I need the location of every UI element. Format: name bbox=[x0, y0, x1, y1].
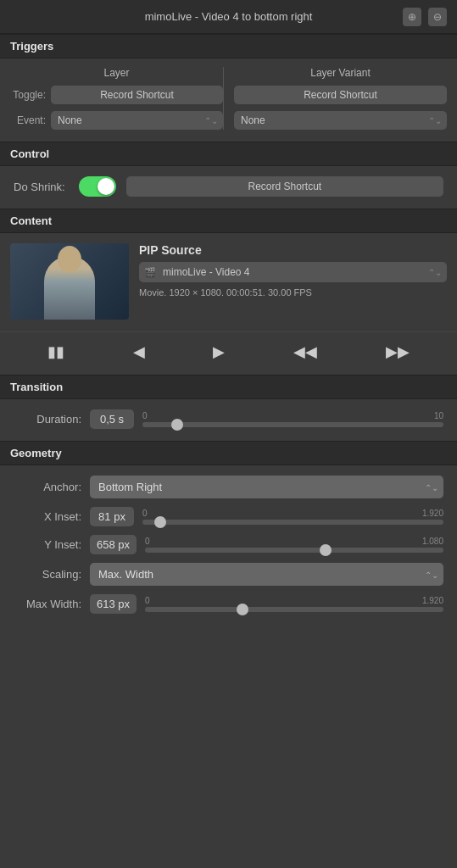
window-title: mimoLive - Video 4 to bottom right bbox=[145, 10, 313, 23]
event-select-layer[interactable]: None bbox=[51, 111, 223, 130]
x-inset-row: X Inset: 81 px 0 1.920 bbox=[14, 507, 443, 526]
prev-frame-button[interactable]: ◀ bbox=[126, 339, 152, 364]
event-select-variant-wrap: None bbox=[234, 111, 447, 130]
anchor-row: Anchor: Bottom Right bbox=[14, 476, 443, 498]
scaling-select[interactable]: Max. Width bbox=[90, 563, 443, 586]
anchor-select-wrap: Bottom Right bbox=[90, 476, 443, 498]
titlebar-icon-2[interactable]: ⊖ bbox=[428, 8, 447, 26]
scaling-label: Scaling: bbox=[14, 568, 81, 581]
max-width-row: Max Width: 613 px 0 1.920 bbox=[14, 594, 443, 614]
y-inset-slider[interactable] bbox=[145, 548, 443, 553]
triggers-columns: Layer Toggle: Record Shortcut Event: Non… bbox=[10, 67, 447, 130]
scaling-row: Scaling: Max. Width bbox=[14, 563, 443, 586]
control-header: Control bbox=[0, 142, 457, 166]
playback-controls: ▮▮ ◀ ▶ ◀◀ ▶▶ bbox=[0, 331, 457, 375]
max-width-label: Max Width: bbox=[14, 598, 81, 610]
col-header-variant: Layer Variant bbox=[310, 67, 370, 79]
y-inset-label: Y Inset: bbox=[14, 538, 81, 551]
duration-slider[interactable] bbox=[142, 422, 443, 427]
scaling-select-wrap: Max. Width bbox=[90, 563, 443, 586]
do-shrink-toggle[interactable] bbox=[79, 176, 116, 197]
x-inset-slider[interactable] bbox=[142, 520, 443, 525]
content-header: Content bbox=[0, 209, 457, 233]
x-inset-value: 81 px bbox=[90, 507, 134, 526]
geometry-section: Anchor: Bottom Right X Inset: 81 px 0 1.… bbox=[0, 465, 457, 639]
x-inset-slider-container: 0 1.920 bbox=[142, 509, 443, 525]
pip-source-select[interactable]: mimoLive - Video 4 bbox=[139, 262, 447, 282]
titlebar-icons: ⊕ ⊖ bbox=[403, 8, 447, 26]
toggle-knob bbox=[98, 178, 114, 195]
pip-meta: Movie. 1920 × 1080. 00:00:51. 30.00 FPS bbox=[139, 287, 447, 298]
triggers-col-layer: Layer Toggle: Record Shortcut Event: Non… bbox=[10, 67, 224, 130]
y-inset-value: 658 px bbox=[90, 535, 137, 554]
max-width-slider[interactable] bbox=[145, 607, 443, 612]
next-frame-button[interactable]: ▶ bbox=[206, 339, 231, 364]
fast-forward-button[interactable]: ▶▶ bbox=[379, 339, 416, 364]
transition-header: Transition bbox=[0, 375, 457, 399]
record-shortcut-layer-toggle[interactable]: Record Shortcut bbox=[51, 86, 223, 104]
triggers-header: Triggers bbox=[0, 34, 457, 58]
pip-row: PIP Source 🎬 mimoLive - Video 4 Movie. 1… bbox=[10, 243, 447, 320]
max-width-value: 613 px bbox=[90, 594, 137, 614]
titlebar: mimoLive - Video 4 to bottom right ⊕ ⊖ bbox=[0, 0, 457, 34]
pause-button[interactable]: ▮▮ bbox=[41, 339, 71, 364]
thumbnail-image bbox=[10, 243, 129, 320]
toggle-label: Toggle: bbox=[10, 89, 46, 101]
record-shortcut-variant-toggle[interactable]: Record Shortcut bbox=[234, 86, 447, 104]
rewind-button[interactable]: ◀◀ bbox=[287, 339, 324, 364]
trigger-toggle-row-layer: Toggle: Record Shortcut bbox=[10, 86, 223, 104]
pip-source-title: PIP Source bbox=[139, 243, 447, 257]
event-select-variant[interactable]: None bbox=[234, 111, 447, 130]
duration-label: Duration: bbox=[14, 413, 81, 426]
pip-source-select-wrap: 🎬 mimoLive - Video 4 bbox=[139, 262, 447, 282]
geometry-header: Geometry bbox=[0, 441, 457, 465]
control-section: Do Shrink: Record Shortcut bbox=[0, 166, 457, 209]
duration-row: Duration: 0,5 s 0 10 bbox=[14, 409, 443, 429]
record-shortcut-control[interactable]: Record Shortcut bbox=[126, 176, 443, 197]
anchor-select[interactable]: Bottom Right bbox=[90, 476, 443, 498]
titlebar-icon-1[interactable]: ⊕ bbox=[403, 8, 421, 26]
video-thumbnail bbox=[10, 243, 129, 320]
anchor-label: Anchor: bbox=[14, 481, 81, 493]
triggers-col-variant: Layer Variant Record Shortcut None bbox=[224, 67, 447, 130]
duration-value: 0,5 s bbox=[90, 409, 134, 429]
do-shrink-label: Do Shrink: bbox=[14, 181, 65, 193]
trigger-toggle-row-variant: Record Shortcut bbox=[234, 86, 447, 104]
max-width-slider-container: 0 1.920 bbox=[145, 596, 443, 612]
trigger-event-row-variant: None bbox=[234, 111, 447, 130]
event-select-layer-wrap: None bbox=[51, 111, 223, 130]
person-silhouette bbox=[10, 243, 129, 320]
x-inset-label: X Inset: bbox=[14, 510, 81, 523]
y-inset-row: Y Inset: 658 px 0 1.080 bbox=[14, 535, 443, 554]
event-label: Event: bbox=[10, 114, 46, 126]
trigger-event-row-layer: Event: None bbox=[10, 111, 223, 130]
y-inset-slider-container: 0 1.080 bbox=[145, 537, 443, 553]
content-section: PIP Source 🎬 mimoLive - Video 4 Movie. 1… bbox=[0, 233, 457, 331]
triggers-section: Layer Toggle: Record Shortcut Event: Non… bbox=[0, 58, 457, 142]
duration-slider-container: 0 10 bbox=[142, 411, 443, 427]
col-header-layer: Layer bbox=[103, 67, 129, 79]
pip-info: PIP Source 🎬 mimoLive - Video 4 Movie. 1… bbox=[139, 243, 447, 298]
content-area: Triggers Layer Toggle: Record Shortcut E… bbox=[0, 34, 457, 639]
transition-section: Duration: 0,5 s 0 10 bbox=[0, 399, 457, 441]
